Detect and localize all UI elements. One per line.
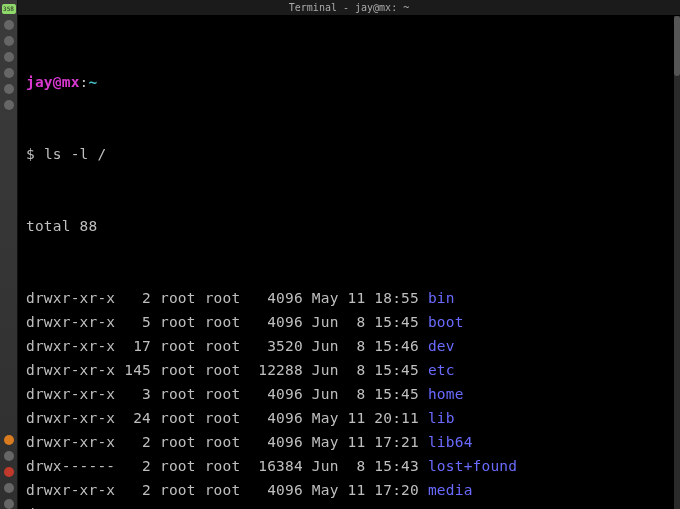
taskbar-item[interactable] [4, 52, 14, 62]
links: 17 [115, 338, 151, 354]
size: 4096 [249, 290, 303, 306]
file-row: drwxr-xr-x 2 root root 4096 Jun 8 15:45 … [26, 502, 672, 509]
file-name: bin [419, 290, 455, 306]
links: 3 [115, 386, 151, 402]
prompt-line: jay@mx:~ [26, 70, 672, 94]
date: May 11 18:55 [303, 290, 419, 306]
file-row: drwxr-xr-x 3 root root 4096 Jun 8 15:45 … [26, 382, 672, 406]
group: root [196, 410, 241, 426]
file-name: dev [419, 338, 455, 354]
taskbar-badge[interactable]: 358 [2, 4, 16, 14]
command-text: ls -l / [44, 146, 107, 162]
links: 5 [115, 314, 151, 330]
taskbar-firefox-icon[interactable] [4, 435, 14, 445]
file-row: drwxr-xr-x 5 root root 4096 Jun 8 15:45 … [26, 310, 672, 334]
group: root [196, 290, 241, 306]
size: 4096 [249, 482, 303, 498]
perm: drwxr-xr-x [26, 386, 115, 402]
prompt-symbol: $ [26, 146, 44, 162]
file-row: drwxr-xr-x 24 root root 4096 May 11 20:1… [26, 406, 672, 430]
date: May 11 17:20 [303, 482, 419, 498]
group: root [196, 458, 241, 474]
window-title: Terminal - jay@mx: ~ [289, 2, 409, 13]
perm: drwxr-xr-x [26, 410, 115, 426]
file-name: lib [419, 410, 455, 426]
file-listing: drwxr-xr-x 2 root root 4096 May 11 18:55… [26, 286, 672, 509]
perm: drwxr-xr-x [26, 482, 115, 498]
taskbar: 358 [0, 0, 18, 509]
file-row: drwx------ 2 root root 16384 Jun 8 15:43… [26, 454, 672, 478]
perm: drwx------ [26, 458, 115, 474]
group: root [196, 434, 241, 450]
prompt-path: ~ [89, 74, 98, 90]
links: 2 [115, 458, 151, 474]
owner: root [151, 482, 196, 498]
taskbar-item[interactable] [4, 100, 14, 110]
group: root [196, 314, 241, 330]
size: 4096 [249, 434, 303, 450]
file-row: drwxr-xr-x 17 root root 3520 Jun 8 15:46… [26, 334, 672, 358]
scrollbar-thumb[interactable] [674, 16, 680, 76]
file-name: lib64 [419, 434, 473, 450]
size: 3520 [249, 338, 303, 354]
owner: root [151, 434, 196, 450]
file-row: drwxr-xr-x 2 root root 4096 May 11 17:20… [26, 478, 672, 502]
taskbar-item[interactable] [4, 68, 14, 78]
size: 12288 [249, 362, 303, 378]
file-name: home [419, 386, 464, 402]
size: 4096 [249, 386, 303, 402]
date: May 11 20:11 [303, 410, 419, 426]
scrollbar-track[interactable] [674, 16, 680, 509]
owner: root [151, 314, 196, 330]
owner: root [151, 458, 196, 474]
owner: root [151, 386, 196, 402]
prompt-userhost: jay@mx [26, 74, 80, 90]
group: root [196, 482, 241, 498]
file-row: drwxr-xr-x 2 root root 4096 May 11 17:21… [26, 430, 672, 454]
owner: root [151, 410, 196, 426]
links: 145 [115, 362, 151, 378]
file-name: lost+found [419, 458, 517, 474]
date: Jun 8 15:45 [303, 362, 419, 378]
prompt-colon: : [80, 74, 89, 90]
links: 2 [115, 434, 151, 450]
perm: drwxr-xr-x [26, 290, 115, 306]
taskbar-item[interactable] [4, 20, 14, 30]
taskbar-item[interactable] [4, 84, 14, 94]
size: 4096 [249, 314, 303, 330]
command-line: $ ls -l / [26, 142, 672, 166]
links: 24 [115, 410, 151, 426]
perm: drwxr-xr-x [26, 434, 115, 450]
perm: drwxr-xr-x [26, 314, 115, 330]
taskbar-item[interactable] [4, 451, 14, 461]
owner: root [151, 338, 196, 354]
perm: drwxr-xr-x [26, 338, 115, 354]
owner: root [151, 362, 196, 378]
file-name: etc [419, 362, 455, 378]
file-row: drwxr-xr-x 145 root root 12288 Jun 8 15:… [26, 358, 672, 382]
size: 4096 [249, 410, 303, 426]
file-row: drwxr-xr-x 2 root root 4096 May 11 18:55… [26, 286, 672, 310]
group: root [196, 362, 241, 378]
links: 2 [115, 290, 151, 306]
date: Jun 8 15:46 [303, 338, 419, 354]
taskbar-item[interactable] [4, 467, 14, 477]
date: May 11 17:21 [303, 434, 419, 450]
taskbar-item[interactable] [4, 36, 14, 46]
taskbar-item[interactable] [4, 499, 14, 509]
date: Jun 8 15:45 [303, 314, 419, 330]
group: root [196, 338, 241, 354]
perm: drwxr-xr-x [26, 362, 115, 378]
terminal-viewport[interactable]: jay@mx:~ $ ls -l / total 88 drwxr-xr-x 2… [18, 16, 680, 509]
links: 2 [115, 482, 151, 498]
file-name: boot [419, 314, 464, 330]
total-line: total 88 [26, 214, 672, 238]
taskbar-item[interactable] [4, 483, 14, 493]
file-name: media [419, 482, 473, 498]
window-titlebar[interactable]: Terminal - jay@mx: ~ [18, 0, 680, 16]
size: 16384 [249, 458, 303, 474]
date: Jun 8 15:43 [303, 458, 419, 474]
date: Jun 8 15:45 [303, 386, 419, 402]
owner: root [151, 290, 196, 306]
group: root [196, 386, 241, 402]
